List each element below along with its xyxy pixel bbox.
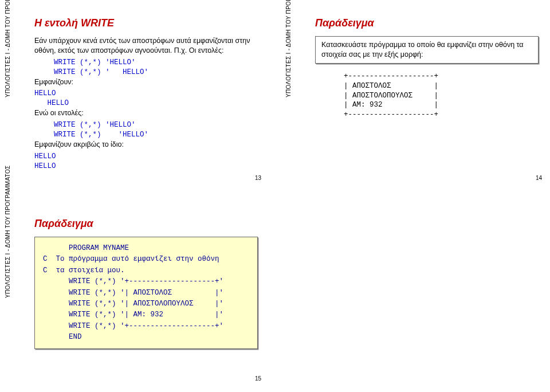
slide-14-content: Παράδειγμα Κατασκευάστε πρόγραμμα το οπο… [315,17,539,120]
page-number: 14 [536,175,542,181]
intro-text: Εάν υπάρχουν κενά εντός των αποστρόφων α… [34,36,258,56]
while-label: Ενώ οι εντολές: [34,108,258,118]
expected-output: +--------------------+ | ΑΠΟΣΤΟΛΟΣ | | Α… [344,72,539,120]
code-line-3: WRITE (*,*) 'HELLO' [34,120,258,130]
slide-15: ΥΠΟΛΟΓΙΣΤΕΣ Ι - ΔΟΜΗ ΤΟΥ ΠΡΟΓΡΑΜΜΑΤΟΣ Πα… [6,212,269,384]
page-number: 15 [255,375,261,382]
code-line-2: WRITE (*,*) ' HELLO' [34,68,258,77]
output-3: HELLO [34,152,258,162]
output-2: HELLO [34,99,258,108]
code-line-1: WRITE (*,*) 'HELLO' [34,58,258,68]
output-1: HELLO [34,89,258,99]
slide-13-content: Η εντολή WRITE Εάν υπάρχουν κενά εντός τ… [34,17,258,171]
slide-13: ΥΠΟΛΟΓΙΣΤΕΣ Ι - ΔΟΜΗ ΤΟΥ ΠΡΟΓΡΑΜΜΑΤΟΣ Η … [6,11,269,183]
page-number: 13 [255,175,261,181]
side-label: ΥΠΟΛΟΓΙΣΤΕΣ Ι - ΔΟΜΗ ΤΟΥ ΠΡΟΓΡΑΜΜΑΤΟΣ [285,0,292,97]
code-line-4: WRITE (*,*) 'HELLO' [34,130,258,140]
task-description-box: Κατασκευάστε πρόγραμμα το οποίο θα εμφαν… [315,36,539,64]
side-label: ΥΠΟΛΟΓΙΣΤΕΣ Ι - ΔΟΜΗ ΤΟΥ ΠΡΟΓΡΑΜΜΑΤΟΣ [5,0,11,97]
slide-14-title: Παράδειγμα [315,17,539,29]
slide-15-content: Παράδειγμα PROGRAM MYNAME C Το πρόγραμμα… [34,218,258,349]
slide-14: ΥΠΟΛΟΓΙΣΤΕΣ Ι - ΔΟΜΗ ΤΟΥ ΠΡΟΓΡΑΜΜΑΤΟΣ Πα… [286,11,550,183]
displays-label-1: Εμφανίζουν: [34,77,258,87]
side-label: ΥΠΟΛΟΓΙΣΤΕΣ Ι - ΔΟΜΗ ΤΟΥ ΠΡΟΓΡΑΜΜΑΤΟΣ [5,166,11,298]
slide-13-title: Η εντολή WRITE [34,17,258,29]
displays-label-2: Εμφανίζουν ακριβώς το ίδιο: [34,140,258,150]
output-4: HELLO [34,162,258,171]
slide-15-title: Παράδειγμα [34,218,258,230]
source-code-box: PROGRAM MYNAME C Το πρόγραμμα αυτό εμφαν… [34,237,258,349]
